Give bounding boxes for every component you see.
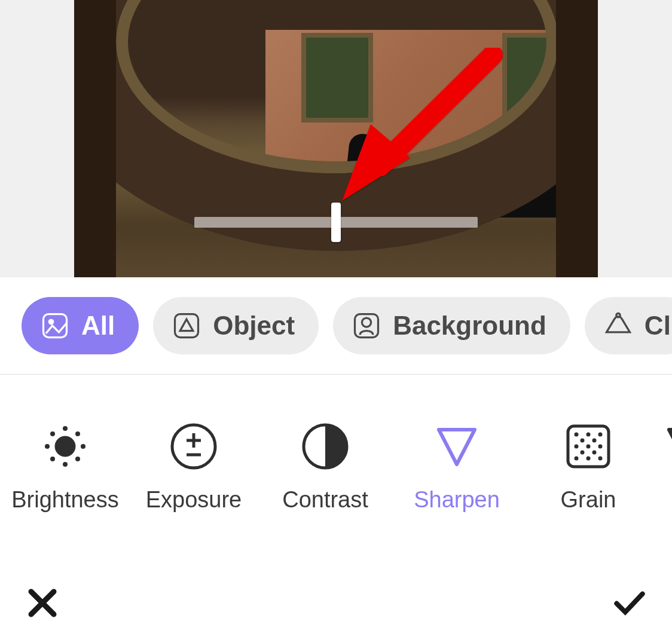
check-icon — [613, 587, 646, 621]
chip-clothes[interactable]: Cl — [585, 297, 672, 354]
grain-icon — [563, 421, 613, 471]
svg-point-34 — [581, 451, 585, 455]
tools-row: Brightness Exposure Contrast — [0, 375, 672, 513]
all-icon — [39, 310, 71, 341]
slider-thumb[interactable] — [331, 203, 341, 242]
svg-point-13 — [50, 431, 55, 436]
svg-point-3 — [49, 320, 53, 324]
tool-label: Brightness — [11, 487, 119, 513]
chip-background[interactable]: Background — [333, 297, 570, 354]
tool-filter[interactable]: Fi — [660, 421, 672, 513]
tool-sharpen[interactable]: Sharpen — [397, 421, 517, 513]
tool-grain[interactable]: Grain — [529, 421, 648, 513]
svg-point-12 — [81, 444, 85, 449]
adjustment-slider[interactable] — [194, 203, 478, 241]
tool-brightness[interactable]: Brightness — [8, 421, 122, 513]
sharpen-icon — [432, 421, 482, 471]
tool-label: Contrast — [282, 487, 368, 513]
tool-label: Exposure — [146, 487, 242, 513]
svg-point-6 — [362, 318, 371, 327]
svg-point-30 — [587, 457, 591, 461]
svg-point-27 — [587, 445, 591, 449]
svg-point-11 — [45, 444, 50, 449]
canvas-area — [0, 0, 672, 277]
svg-point-15 — [50, 457, 55, 461]
selection-chips-row: All Object Background Cl — [0, 277, 672, 374]
clothes-icon — [603, 310, 634, 341]
object-icon — [171, 310, 202, 341]
tool-label: Sharpen — [414, 487, 500, 513]
filter-icon — [662, 421, 672, 471]
tool-exposure[interactable]: Exposure — [134, 421, 253, 513]
svg-point-8 — [55, 436, 75, 457]
svg-point-25 — [598, 433, 603, 437]
svg-point-7 — [616, 313, 621, 317]
chip-object[interactable]: Object — [153, 297, 319, 354]
cancel-button[interactable] — [22, 583, 63, 625]
brightness-icon — [40, 421, 90, 471]
confirm-button[interactable] — [609, 583, 650, 625]
svg-point-26 — [575, 445, 579, 449]
contrast-icon — [300, 421, 350, 471]
edited-image[interactable] — [74, 0, 598, 277]
svg-point-33 — [592, 439, 597, 443]
svg-point-29 — [575, 457, 579, 461]
background-icon — [351, 310, 382, 341]
svg-point-24 — [587, 433, 591, 437]
svg-point-31 — [598, 457, 603, 461]
exposure-icon — [169, 421, 219, 471]
svg-point-14 — [75, 431, 80, 436]
chip-label: All — [81, 311, 115, 341]
svg-point-35 — [592, 451, 597, 455]
chip-label: Object — [213, 311, 295, 341]
action-row — [0, 583, 672, 625]
svg-point-16 — [75, 457, 80, 461]
tool-contrast[interactable]: Contrast — [265, 421, 385, 513]
close-icon — [26, 587, 59, 621]
svg-point-9 — [63, 426, 68, 431]
annotation-arrow — [337, 48, 505, 203]
chip-all[interactable]: All — [22, 297, 139, 354]
svg-point-23 — [575, 433, 579, 437]
svg-point-10 — [63, 462, 68, 467]
svg-point-28 — [598, 445, 603, 449]
tool-label: Grain — [561, 487, 616, 513]
chip-label: Cl — [644, 311, 671, 341]
chip-label: Background — [393, 311, 546, 341]
svg-point-32 — [581, 439, 585, 443]
